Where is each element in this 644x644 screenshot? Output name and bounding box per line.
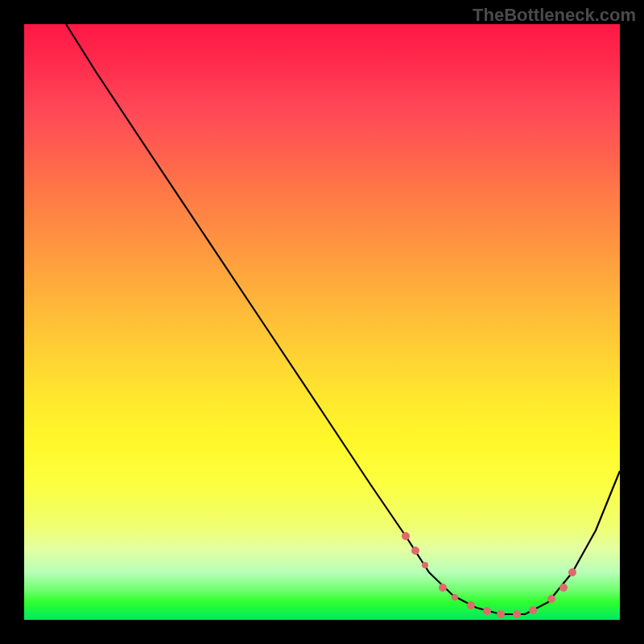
svg-point-4 (452, 594, 458, 601)
svg-point-12 (568, 568, 576, 576)
svg-point-7 (497, 610, 505, 618)
svg-point-8 (513, 610, 521, 618)
plot-area (24, 24, 620, 620)
bottleneck-curve-line (66, 24, 620, 614)
svg-point-10 (547, 595, 555, 603)
svg-point-3 (439, 584, 447, 592)
watermark-text: TheBottleneck.com (473, 5, 636, 26)
svg-point-6 (483, 607, 491, 615)
svg-point-9 (529, 606, 537, 614)
svg-point-0 (402, 532, 410, 540)
svg-point-5 (467, 601, 475, 609)
svg-point-2 (422, 562, 428, 568)
optimal-zone-markers (402, 532, 576, 618)
curve-svg (24, 24, 620, 620)
svg-point-11 (559, 584, 568, 592)
svg-point-1 (411, 547, 419, 555)
